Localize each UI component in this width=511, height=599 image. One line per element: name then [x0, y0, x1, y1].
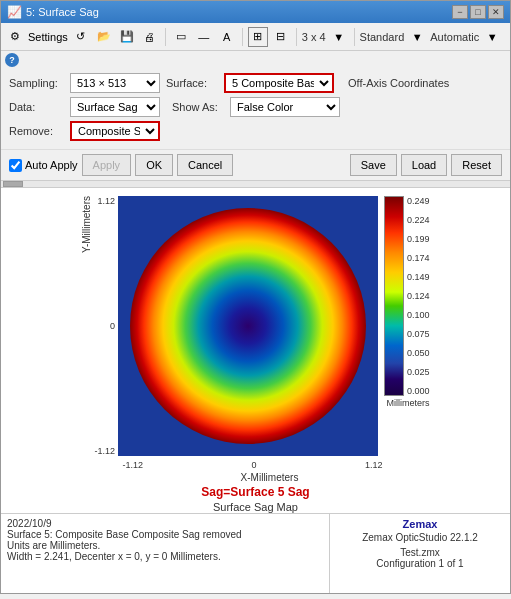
y-axis-label: Y-Millimeters	[81, 196, 92, 273]
automatic-menu-icon[interactable]: ▼	[482, 27, 502, 47]
cb-val-6: 0.100	[407, 310, 430, 320]
cb-val-2: 0.199	[407, 234, 430, 244]
y-ticks: 1.12 0 -1.12	[94, 196, 118, 456]
cb-val-10: 0.000	[407, 386, 430, 396]
grid-icon[interactable]: ⊞	[248, 27, 268, 47]
svg-point-2	[130, 208, 366, 444]
chart-container: Y-Millimeters 1.12 0 -1.12	[1, 188, 510, 513]
cb-val-0: 0.249	[407, 196, 430, 206]
grid-menu-icon[interactable]: ▼	[329, 27, 349, 47]
title-bar-left: 📈 5: Surface Sag	[7, 5, 99, 19]
x-tick-mid: 0	[251, 460, 256, 470]
save-button[interactable]: Save	[350, 154, 397, 176]
sampling-label: Sampling:	[9, 77, 64, 89]
auto-apply-checkbox-label[interactable]: Auto Apply	[9, 159, 78, 172]
load-button[interactable]: Load	[401, 154, 447, 176]
sampling-select[interactable]: 513 × 513	[70, 73, 160, 93]
auto-apply-checkbox[interactable]	[9, 159, 22, 172]
zemax-company: Zemax	[336, 518, 504, 530]
grid-size-label: 3 x 4	[302, 31, 326, 43]
control-row-3: Remove: Composite Sag	[9, 121, 502, 141]
help-row: ?	[1, 51, 510, 69]
cb-val-3: 0.174	[407, 253, 430, 263]
x-ticks: -1.12 0 1.12	[122, 458, 382, 470]
apply-button[interactable]: Apply	[82, 154, 132, 176]
surface-select[interactable]: 5 Composite Bas	[224, 73, 334, 93]
zemax-file: Test.zmx	[336, 547, 504, 558]
open-icon[interactable]: 📂	[94, 27, 114, 47]
remove-label: Remove:	[9, 125, 64, 137]
x-tick-max: 1.12	[365, 460, 383, 470]
info-line-2: Units are Millimeters.	[7, 540, 323, 551]
data-label: Data:	[9, 101, 64, 113]
text-icon[interactable]: A	[217, 27, 237, 47]
settings-icon[interactable]: ⚙	[5, 27, 25, 47]
sag-title: Sag=Surface 5 Sag	[201, 485, 309, 499]
title-bar-buttons: − □ ✕	[452, 5, 504, 19]
maximize-button[interactable]: □	[470, 5, 486, 19]
cb-val-4: 0.149	[407, 272, 430, 282]
buttons-row: Auto Apply Apply OK Cancel Save Load Res…	[1, 149, 510, 180]
settings-label: Settings	[28, 31, 68, 43]
colorbar-gradient	[384, 196, 404, 396]
info-left: 2022/10/9 Surface 5: Composite Base Comp…	[1, 514, 330, 593]
cb-val-1: 0.224	[407, 215, 430, 225]
y-tick-max: 1.12	[94, 196, 115, 206]
zemax-product: Zemax OpticStudio 22.1.2	[336, 532, 504, 543]
info-right: Zemax Zemax OpticStudio 22.1.2 Test.zmx …	[330, 514, 510, 593]
standard-label: Standard	[360, 31, 405, 43]
x-axis-label: X-Millimeters	[140, 472, 400, 483]
cb-val-8: 0.050	[407, 348, 430, 358]
info-line-0: 2022/10/9	[7, 518, 323, 529]
window-title: 5: Surface Sag	[26, 6, 99, 18]
minimize-button[interactable]: −	[452, 5, 468, 19]
controls-area: Sampling: 513 × 513 Surface: 5 Composite…	[1, 69, 510, 149]
remove-select[interactable]: Composite Sag	[70, 121, 160, 141]
zemax-config: Configuration 1 of 1	[336, 558, 504, 569]
control-row-2: Data: Surface Sag Show As: False Color	[9, 97, 502, 117]
false-color-plot	[118, 196, 378, 458]
info-line-1: Surface 5: Composite Base Composite Sag …	[7, 529, 323, 540]
show-as-label: Show As:	[172, 101, 224, 113]
save-icon[interactable]: 💾	[117, 27, 137, 47]
show-as-select[interactable]: False Color	[230, 97, 340, 117]
standard-menu-icon[interactable]: ▼	[407, 27, 427, 47]
info-line-4: Width = 2.241, Decenter x = 0, y = 0 Mil…	[7, 551, 323, 562]
colorbar-labels: 0.249 0.224 0.199 0.174 0.149 0.124 0.10…	[407, 196, 430, 396]
table-icon[interactable]: ⊟	[271, 27, 291, 47]
line-icon[interactable]: —	[194, 27, 214, 47]
reset-button[interactable]: Reset	[451, 154, 502, 176]
automatic-label: Automatic	[430, 31, 479, 43]
chart-svg	[118, 196, 378, 456]
data-select[interactable]: Surface Sag	[70, 97, 160, 117]
colorbar: 0.249 0.224 0.199 0.174 0.149 0.124 0.10…	[384, 196, 430, 458]
ok-button[interactable]: OK	[135, 154, 173, 176]
scrollbar-area[interactable]	[1, 180, 510, 188]
help-icon[interactable]: ?	[5, 53, 19, 67]
window-icon: 📈	[7, 5, 22, 19]
cb-val-5: 0.124	[407, 291, 430, 301]
cb-val-7: 0.075	[407, 329, 430, 339]
chart-area: Y-Millimeters 1.12 0 -1.12	[71, 196, 439, 470]
main-window: 📈 5: Surface Sag − □ ✕ ⚙ Settings ↺ 📂 💾 …	[0, 0, 511, 594]
chart-with-ticks: 1.12 0 -1.12	[94, 196, 429, 470]
auto-apply-label: Auto Apply	[25, 159, 78, 171]
title-bar: 📈 5: Surface Sag − □ ✕	[1, 1, 510, 23]
control-row-1: Sampling: 513 × 513 Surface: 5 Composite…	[9, 73, 502, 93]
y-tick-mid: 0	[94, 321, 115, 331]
toolbar: ⚙ Settings ↺ 📂 💾 🖨 ▭ — A ⊞ ⊟ 3 x 4 ▼ Sta…	[1, 23, 510, 51]
close-button[interactable]: ✕	[488, 5, 504, 19]
info-area: 2022/10/9 Surface 5: Composite Base Comp…	[1, 513, 510, 593]
print-icon[interactable]: 🖨	[140, 27, 160, 47]
refresh-icon[interactable]: ↺	[71, 27, 91, 47]
cb-val-9: 0.025	[407, 367, 430, 377]
chart-inner: 1.12 0 -1.12	[94, 196, 429, 458]
x-tick-min: -1.12	[122, 460, 143, 470]
surface-label: Surface:	[166, 77, 218, 89]
cancel-button[interactable]: Cancel	[177, 154, 233, 176]
y-tick-min: -1.12	[94, 446, 115, 456]
colorbar-unit: Millimeters	[387, 398, 430, 408]
colorbar-row: 0.249 0.224 0.199 0.174 0.149 0.124 0.10…	[378, 196, 430, 458]
select-icon[interactable]: ▭	[171, 27, 191, 47]
chart-subtitle: Surface Sag Map	[1, 501, 510, 513]
